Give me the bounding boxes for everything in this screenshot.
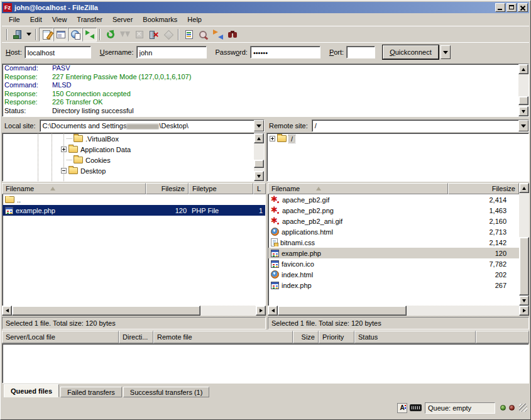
scroll-right-button[interactable]: [519, 306, 529, 316]
file-row[interactable]: bitnami.css2,142: [268, 237, 528, 248]
menu-transfer[interactable]: Transfer: [72, 14, 107, 25]
filter-icon: [184, 30, 194, 40]
scroll-down-button[interactable]: [518, 106, 528, 116]
disconnect-icon: [149, 30, 159, 40]
quickconnect-dropdown[interactable]: [441, 45, 451, 59]
menu-help[interactable]: Help: [182, 14, 207, 25]
scroll-thumb[interactable]: [519, 237, 529, 296]
remote-site-dropdown[interactable]: [518, 120, 528, 131]
css-file-icon: [271, 238, 278, 246]
file-row-parent[interactable]: ..: [3, 194, 265, 205]
expand-icon[interactable]: [61, 146, 67, 152]
toggle-local-tree-button[interactable]: [53, 28, 68, 41]
collapse-icon[interactable]: [61, 168, 67, 174]
column-filetype[interactable]: Filetype: [189, 183, 253, 194]
file-row[interactable]: favicon.ico7,782: [268, 258, 528, 269]
folder-icon: [5, 196, 14, 203]
menu-view[interactable]: View: [47, 14, 72, 25]
local-hscrollbar[interactable]: [2, 306, 266, 316]
scroll-up-button[interactable]: [518, 64, 528, 74]
local-tree-scrollbar[interactable]: [254, 133, 264, 181]
menu-file[interactable]: File: [4, 14, 25, 25]
scroll-down-button[interactable]: [254, 171, 264, 181]
toggle-queue-button[interactable]: [82, 28, 97, 41]
directory-comparison-button[interactable]: [196, 28, 211, 41]
column-direction[interactable]: Directi...: [119, 331, 153, 343]
cancel-operation-button[interactable]: [132, 28, 146, 41]
column-priority[interactable]: Priority: [319, 331, 354, 343]
toggle-message-log-button[interactable]: [39, 28, 53, 41]
remote-site-panel: Remote site: / /: [266, 119, 529, 182]
scroll-up-button[interactable]: [254, 133, 264, 143]
scroll-thumb[interactable]: [12, 306, 200, 316]
file-row[interactable]: index.html202: [268, 269, 528, 280]
password-input[interactable]: [251, 47, 320, 59]
menu-bookmarks[interactable]: Bookmarks: [138, 14, 182, 25]
site-manager-dropdown[interactable]: [25, 28, 33, 41]
site-manager-button[interactable]: [10, 28, 25, 41]
tree-item-cookies[interactable]: Cookies: [3, 155, 264, 165]
close-button[interactable]: [518, 3, 528, 12]
column-server-local-file[interactable]: Server/Local file: [2, 331, 119, 343]
file-row[interactable]: apache_pb2.png1,463: [268, 205, 528, 216]
column-filename[interactable]: Filename: [268, 183, 448, 194]
remote-vscrollbar[interactable]: [519, 183, 529, 306]
remote-hscrollbar[interactable]: [268, 306, 529, 316]
tree-item-desktop[interactable]: Desktop: [3, 165, 264, 176]
toggle-remote-tree-button[interactable]: [68, 28, 82, 41]
local-site-combobox[interactable]: C:\Documents and Settings\Desktop\: [40, 119, 265, 132]
file-row[interactable]: apache_pb2_ani.gif2,160: [268, 216, 528, 226]
filezilla-window: Fz john@localhost - FileZilla File Edit …: [0, 0, 531, 420]
local-site-dropdown[interactable]: [254, 120, 264, 131]
file-row-selected[interactable]: example.php120: [268, 248, 528, 258]
host-input[interactable]: [25, 47, 90, 59]
file-row[interactable]: index.php267: [268, 280, 528, 290]
column-filesize[interactable]: Filesize: [146, 183, 189, 194]
tab-successful-transfers[interactable]: Successful transfers (1): [123, 387, 210, 397]
file-row[interactable]: apache_pb2.gif2,414: [268, 194, 528, 205]
minimize-button[interactable]: [495, 3, 505, 12]
file-row[interactable]: applications.html2,713: [268, 226, 528, 237]
port-input[interactable]: [347, 47, 375, 59]
process-queue-button[interactable]: [118, 28, 132, 41]
column-status[interactable]: Status: [354, 331, 476, 343]
tree-item-root[interactable]: /: [267, 133, 528, 144]
local-file-list: .. example.php 120 PHP File 1: [2, 194, 266, 306]
maximize-button[interactable]: [506, 3, 517, 12]
scroll-thumb[interactable]: [278, 306, 407, 316]
file-row-selected[interactable]: example.php 120 PHP File 1: [3, 205, 265, 216]
quickconnect-button[interactable]: Quickconnect: [383, 45, 439, 59]
quickconnect-bar: Host: Username: Password: Port: Quickcon…: [2, 42, 529, 62]
tab-queued-files[interactable]: Queued files: [4, 384, 59, 397]
column-last-modified[interactable]: L: [253, 183, 266, 194]
scroll-thumb[interactable]: [254, 160, 264, 168]
expand-icon[interactable]: [270, 136, 275, 141]
disconnect-button[interactable]: [146, 28, 161, 41]
menu-server[interactable]: Server: [107, 14, 138, 25]
host-field-box: [25, 46, 91, 58]
tab-failed-transfers[interactable]: Failed transfers: [60, 387, 122, 397]
tree-item-virtualbox[interactable]: .VirtualBox: [3, 133, 264, 144]
scroll-thumb[interactable]: [518, 96, 528, 105]
column-filesize[interactable]: Filesize: [448, 183, 519, 194]
refresh-button[interactable]: [103, 28, 118, 41]
column-remote-file[interactable]: Remote file: [153, 331, 293, 343]
column-filename[interactable]: Filename: [2, 183, 146, 194]
scroll-right-button[interactable]: [256, 306, 266, 316]
remote-site-combobox[interactable]: /: [312, 119, 529, 132]
log-scrollbar[interactable]: [518, 64, 528, 116]
column-size[interactable]: Size: [293, 331, 319, 343]
resize-grip[interactable]: [519, 404, 527, 412]
reconnect-button[interactable]: [161, 28, 175, 41]
synchronized-browsing-button[interactable]: [211, 28, 225, 41]
menu-edit[interactable]: Edit: [25, 14, 47, 25]
scroll-left-button[interactable]: [2, 306, 12, 316]
find-files-button[interactable]: [225, 28, 239, 41]
scroll-left-button[interactable]: [268, 306, 278, 316]
tree-item-application-data[interactable]: Application Data: [3, 144, 264, 155]
scroll-down-button[interactable]: [519, 296, 529, 306]
scroll-up-button[interactable]: [519, 183, 529, 193]
remote-file-panel: Filename Filesize apache_pb2.gif2,414 ap…: [268, 183, 529, 329]
directory-filter-button[interactable]: [182, 28, 196, 41]
username-input[interactable]: [137, 47, 206, 59]
